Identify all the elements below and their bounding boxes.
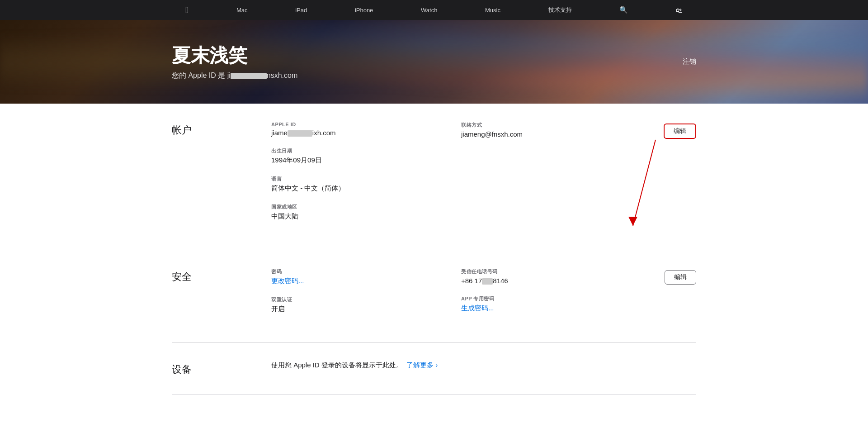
account-section: 帐户 APPLE ID jiameixh.com 出生日期 1994年09月09… (172, 104, 696, 250)
hero-section: 夏末浅笑 您的 Apple ID 是 jinsxh.com 注销 (0, 20, 868, 104)
security-section: 安全 密码 更改密码... 双重认证 开启 受信任电话号码 +86 178146 (172, 250, 696, 343)
password-field: 密码 更改密码... (271, 268, 434, 285)
apple-id-field: APPLE ID jiameixh.com (271, 122, 434, 137)
security-edit-button[interactable]: 编辑 (665, 270, 696, 285)
devices-description: 使用您 Apple ID 登录的设备将显示于此处。 (271, 361, 403, 369)
nav-item-iphone[interactable]: iPhone (355, 7, 373, 14)
app-password-field: App 专用密码 生成密码... (461, 295, 624, 313)
learn-more-link[interactable]: 了解更多 › (406, 361, 438, 369)
account-section-title: 帐户 (172, 122, 271, 232)
country-field: 国家或地区 中国大陆 (271, 204, 434, 221)
language-field: 语言 简体中文 - 中文（简体） (271, 176, 434, 193)
nav-item-mac[interactable]: Mac (236, 7, 248, 14)
signout-button[interactable]: 注销 (683, 57, 696, 66)
search-icon[interactable]: 🔍 (619, 6, 628, 14)
hero-apple-id: 您的 Apple ID 是 jinsxh.com (172, 71, 297, 81)
change-password-link[interactable]: 更改密码... (271, 277, 304, 285)
svg-marker-1 (628, 217, 637, 226)
security-section-title: 安全 (172, 268, 271, 324)
bag-icon[interactable]: 🛍 (676, 6, 683, 14)
apple-logo[interactable]:  (185, 5, 189, 15)
contact-field: 联络方式 jiameng@fnsxh.com (461, 122, 624, 138)
dob-field: 出生日期 1994年09月09日 (271, 147, 434, 165)
trusted-phone-field: 受信任电话号码 +86 178146 (461, 268, 624, 285)
hero-username: 夏末浅笑 (172, 43, 297, 68)
svg-line-0 (633, 140, 656, 226)
annotation-arrow (619, 135, 692, 235)
nav-item-music[interactable]: Music (485, 7, 500, 14)
nav-item-watch[interactable]: Watch (421, 7, 437, 14)
two-factor-field: 双重认证 开启 (271, 296, 434, 314)
devices-section-title: 设备 (172, 361, 271, 376)
nav-item-ipad[interactable]: iPad (295, 7, 307, 14)
devices-section: 设备 使用您 Apple ID 登录的设备将显示于此处。 了解更多 › (172, 343, 696, 395)
generate-password-link[interactable]: 生成密码... (461, 304, 494, 312)
main-content: 帐户 APPLE ID jiameixh.com 出生日期 1994年09月09… (0, 104, 868, 395)
nav-items:  Mac iPad iPhone Watch Music 技术支持 🔍 🛍 (185, 5, 683, 15)
nav-item-support[interactable]: 技术支持 (548, 6, 572, 14)
navigation-bar:  Mac iPad iPhone Watch Music 技术支持 🔍 🛍 (0, 0, 868, 20)
